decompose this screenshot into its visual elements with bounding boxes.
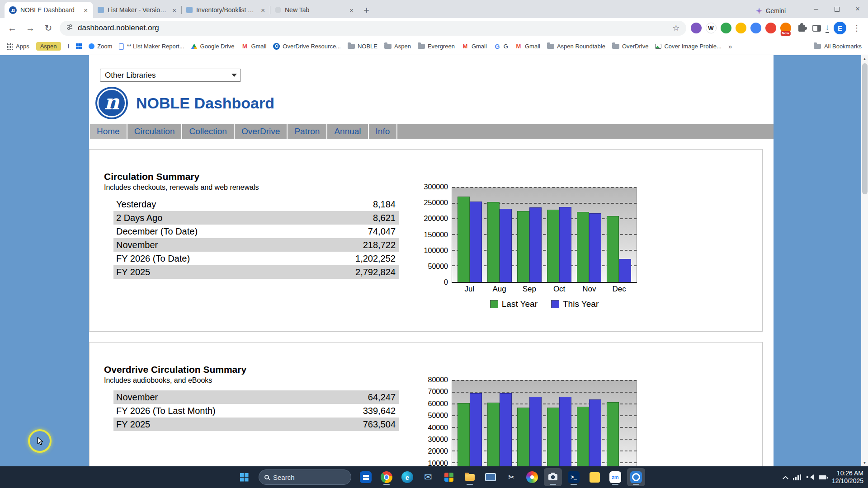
window-close-button[interactable]: × [847,0,868,18]
row-label: November [116,238,158,252]
extension-w-icon[interactable]: W [706,23,717,33]
taskbar-capture-icon[interactable] [627,468,645,486]
bookmark-item[interactable]: Zoom [89,43,112,50]
y-axis-label: 0 [444,278,448,286]
browser-tab[interactable]: List Maker - Version 8.7 - ASPE× [93,2,182,18]
bookmark-item[interactable]: OOverDrive Resource... [273,43,341,50]
nav-annual[interactable]: Annual [327,124,368,139]
tab-close-icon[interactable]: × [349,6,354,14]
bookmark-item[interactable]: ** List Maker Report... [119,43,184,50]
window-minimize-button[interactable]: – [806,0,826,18]
nav-overdrive[interactable]: OverDrive [235,124,288,139]
bookmark-item[interactable]: Apps [6,43,29,50]
taskbar-search[interactable]: Search [259,469,351,485]
bookmark-item[interactable]: Aspen [384,43,411,50]
forward-button[interactable]: → [24,23,37,33]
taskbar-mail-icon[interactable] [419,468,437,486]
reload-button[interactable]: ↻ [42,23,55,33]
taskbar-clock[interactable]: 10:26 AM 12/10/2025 [832,469,863,485]
legend-item: This Year [551,299,599,309]
extension-green-icon[interactable] [721,23,731,33]
y-axis-label: 30000 [428,436,448,444]
tab-close-icon[interactable]: × [171,6,177,14]
back-button[interactable]: ← [5,23,19,33]
apps-grid-icon [6,43,13,50]
address-bar[interactable]: dashboard.noblenet.org ☆ [60,21,686,36]
bar-this-year [589,399,601,466]
x-axis-label: Oct [547,285,571,294]
browser-tab[interactable]: nNOBLE Dashboard× [5,2,93,18]
taskbar-camera-icon[interactable] [544,468,562,486]
bookmark-item[interactable]: Aspen [36,42,61,51]
side-panel-icon[interactable] [812,25,821,32]
tab-close-icon[interactable]: × [260,6,266,14]
folder-icon [547,44,554,49]
bookmark-item[interactable]: OverDrive [612,43,649,50]
bookmark-item[interactable]: Evergreen [418,43,455,50]
window-maximize-button[interactable] [826,0,847,18]
profile-avatar[interactable]: E [834,22,846,34]
taskbar-snipping-icon[interactable] [502,468,520,486]
bookmark-item[interactable]: I [68,43,70,50]
scrollbar-thumb[interactable] [862,63,868,194]
scroll-down-icon[interactable]: ▼ [861,459,868,466]
start-button[interactable] [235,468,253,486]
nav-circulation[interactable]: Circulation [127,124,183,139]
zoom-glyph [609,471,621,483]
extension-purple-icon[interactable] [691,23,702,33]
circulation-summary-section: Circulation Summary Includes checkouts, … [89,149,763,332]
all-bookmarks-button[interactable]: All Bookmarks [814,43,862,50]
tray-chevron-up-icon[interactable] [783,475,788,481]
bookmark-item[interactable]: MGmail [462,43,487,50]
extension-orange-new-icon[interactable]: New [780,23,791,33]
bookmark-item[interactable]: Google Drive [191,43,235,50]
bookmark-item[interactable]: GG [494,43,508,50]
library-select[interactable]: Other Libraries [100,69,241,82]
nav-home[interactable]: Home [89,124,127,139]
new-tab-button[interactable]: + [363,5,369,15]
nav-info[interactable]: Info [369,124,398,139]
bar-this-year [619,259,631,282]
volume-icon[interactable] [807,474,813,480]
taskbar-edge-icon[interactable] [398,468,416,486]
taskbar-explorer-icon[interactable] [461,468,479,486]
gmail-icon: M [462,43,469,50]
bookmark-item[interactable]: NOBLE [348,43,377,50]
extension-blue-icon[interactable] [750,23,761,33]
clock-time: 10:26 AM [832,469,863,478]
bookmark-item[interactable]: Cover Image Proble... [655,43,721,50]
extension-red-icon[interactable] [765,23,776,33]
taskbar-store-icon[interactable] [357,468,375,486]
taskbar-chrome-icon[interactable] [377,468,396,486]
taskbar-zoom-icon[interactable] [606,468,624,486]
taskbar-paint-icon[interactable] [523,468,541,486]
downloads-icon[interactable]: ↓ [826,23,830,33]
extension-pinwheel-icon[interactable] [736,23,746,33]
taskbar-monitor-icon[interactable] [481,468,500,486]
taskbar-sticky-icon[interactable] [585,468,604,486]
bookmark-item[interactable]: MGmail [241,43,266,50]
browser-menu-icon[interactable]: ⋮ [851,23,863,33]
nav-patron[interactable]: Patron [288,124,327,139]
bookmark-item[interactable]: MGmail [515,43,540,50]
browser-tab[interactable]: Inventory/Booklist Adult Fiction× [182,2,270,18]
nav-collection[interactable]: Collection [182,124,234,139]
taskbar-powershell-icon[interactable] [565,468,583,486]
bookmarks-overflow-chevron[interactable]: » [728,42,732,50]
tab-close-icon[interactable]: × [83,6,89,14]
page-scrollbar[interactable]: ▲ ▼ [861,55,868,466]
battery-icon[interactable] [819,475,826,479]
browser-tab[interactable]: New Tab× [270,2,359,18]
scroll-up-icon[interactable]: ▲ [861,55,868,62]
extensions-puzzle-icon[interactable] [798,25,805,32]
bookmark-star-icon[interactable]: ☆ [672,23,679,33]
folder-icon [348,44,355,49]
network-icon[interactable] [793,474,801,480]
taskbar-photos-icon[interactable] [440,468,458,486]
summary-row: FY 2025763,504 [113,418,399,431]
gemini-button[interactable]: Gemini [756,7,786,14]
bar-group [547,188,571,282]
bookmark-item[interactable]: Aspen Roundtable [547,43,605,50]
site-settings-icon[interactable] [66,23,73,33]
bookmark-item[interactable] [76,43,82,49]
